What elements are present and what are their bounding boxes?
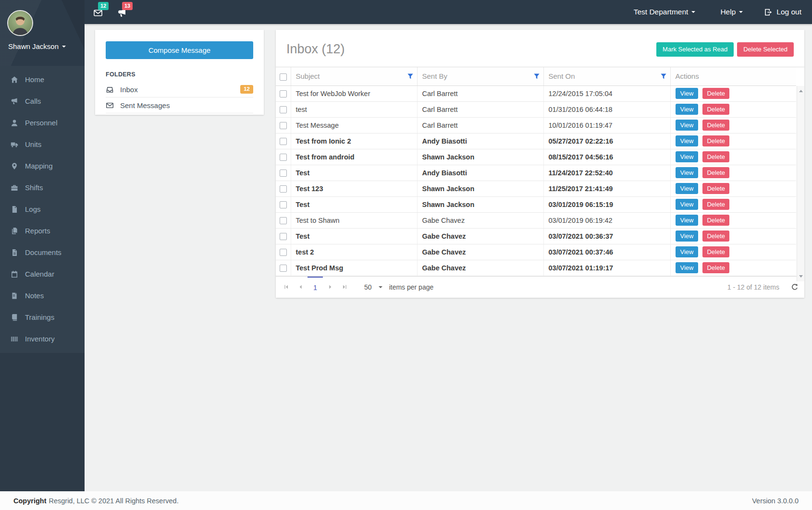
message-sender: Shawn Jackson: [417, 181, 543, 196]
scroll-down-arrow[interactable]: [799, 275, 803, 279]
sidebar-item-notes[interactable]: Notes: [0, 285, 85, 306]
row-checkbox[interactable]: [280, 90, 287, 97]
delete-button[interactable]: Delete: [702, 262, 729, 273]
folder-count-badge: 12: [240, 85, 253, 94]
sidebar-item-trainings[interactable]: Trainings: [0, 306, 85, 328]
view-button[interactable]: View: [676, 246, 699, 257]
view-button[interactable]: View: [676, 135, 699, 146]
message-row: Test Andy Biasotti 11/24/2017 22:52:40 V…: [276, 165, 796, 181]
view-button[interactable]: View: [676, 88, 699, 99]
view-button[interactable]: View: [676, 151, 699, 162]
row-checkbox[interactable]: [280, 233, 287, 240]
topbar: 12 13 Test Department Help Log out: [85, 0, 812, 24]
page-size-dropdown[interactable]: 50: [364, 277, 382, 298]
announcements-count-badge: 13: [122, 2, 133, 10]
delete-button[interactable]: Delete: [702, 120, 729, 131]
row-checkbox[interactable]: [280, 154, 287, 161]
row-checkbox[interactable]: [280, 217, 287, 224]
row-checkbox[interactable]: [280, 170, 287, 177]
sidebar-item-units[interactable]: Units: [0, 134, 85, 155]
help-menu[interactable]: Help: [720, 8, 743, 16]
message-sender: Gabe Chavez: [417, 244, 543, 260]
scroll-up-arrow[interactable]: [799, 88, 803, 92]
delete-button[interactable]: Delete: [702, 167, 729, 178]
filter-icon[interactable]: [533, 73, 540, 80]
view-button[interactable]: View: [676, 231, 699, 242]
previous-page-button[interactable]: [293, 277, 308, 298]
vertical-scrollbar[interactable]: [797, 86, 804, 281]
delete-button[interactable]: Delete: [702, 135, 729, 146]
message-subject: test 2: [291, 244, 417, 260]
announcements-indicator[interactable]: 13: [117, 8, 127, 20]
last-page-button[interactable]: [337, 277, 352, 298]
footer: CopyrightResgrid, LLC © 2021 All Rights …: [0, 491, 812, 510]
delete-button[interactable]: Delete: [702, 88, 729, 99]
sidebar-item-documents[interactable]: Documents: [0, 242, 85, 263]
folder-sent-messages[interactable]: Sent Messages: [106, 97, 253, 113]
sidebar-item-inventory[interactable]: Inventory: [0, 328, 85, 350]
folder-label: Sent Messages: [120, 101, 170, 109]
sidebar-item-shifts[interactable]: Shifts: [0, 177, 85, 198]
delete-button[interactable]: Delete: [702, 231, 729, 242]
sidebar-item-home[interactable]: Home: [0, 69, 85, 90]
column-header-sent-by[interactable]: Sent By: [417, 67, 543, 85]
logout-button[interactable]: Log out: [764, 8, 801, 16]
compose-message-button[interactable]: Compose Message: [106, 41, 253, 59]
sidebar-item-label: Home: [25, 75, 44, 84]
user-menu[interactable]: Shawn Jackson: [8, 42, 66, 50]
version-label: Version 3.0.0.0: [752, 497, 799, 505]
sidebar-item-mapping[interactable]: Mapping: [0, 155, 85, 177]
row-checkbox[interactable]: [280, 122, 287, 129]
delete-button[interactable]: Delete: [702, 183, 729, 194]
delete-selected-button[interactable]: Delete Selected: [737, 42, 794, 57]
delete-button[interactable]: Delete: [702, 104, 729, 115]
items-per-page-label: items per page: [389, 277, 434, 298]
delete-button[interactable]: Delete: [702, 215, 729, 226]
row-checkbox[interactable]: [280, 201, 287, 208]
mark-selected-read-button[interactable]: Mark Selected as Read: [656, 42, 734, 57]
view-button[interactable]: View: [676, 104, 699, 115]
filter-icon[interactable]: [660, 73, 667, 80]
next-page-button[interactable]: [323, 277, 337, 298]
view-button[interactable]: View: [676, 262, 699, 273]
view-button[interactable]: View: [676, 120, 699, 131]
delete-button[interactable]: Delete: [702, 151, 729, 162]
sidebar-item-logs[interactable]: Logs: [0, 198, 85, 220]
messages-indicator[interactable]: 12: [93, 8, 103, 20]
message-date: 03/01/2019 06:15:19: [543, 196, 670, 212]
home-icon: [11, 76, 18, 84]
filter-icon[interactable]: [407, 73, 414, 80]
user-panel: Shawn Jackson: [0, 0, 85, 66]
row-checkbox[interactable]: [280, 106, 287, 113]
view-button[interactable]: View: [676, 167, 699, 178]
message-subject: Test 123: [291, 181, 417, 196]
row-checkbox[interactable]: [280, 249, 287, 256]
view-button[interactable]: View: [676, 199, 699, 210]
sidebar-item-label: Calendar: [25, 270, 54, 278]
delete-button[interactable]: Delete: [702, 199, 729, 210]
sidebar-item-personnel[interactable]: Personnel: [0, 112, 85, 134]
truck-icon: [11, 141, 18, 148]
select-all-checkbox[interactable]: [280, 73, 287, 81]
department-menu[interactable]: Test Department: [634, 8, 696, 16]
message-row: Test Shawn Jackson 03/01/2019 06:15:19 V…: [276, 196, 796, 212]
folders-card: Compose Message FOLDERS Inbox 12 Sent Me…: [95, 30, 264, 115]
row-checkbox[interactable]: [280, 185, 287, 193]
current-page-button[interactable]: 1: [308, 277, 323, 298]
view-button[interactable]: View: [676, 183, 699, 194]
view-button[interactable]: View: [676, 215, 699, 226]
message-sender: Shawn Jackson: [417, 196, 543, 212]
row-checkbox[interactable]: [280, 265, 287, 272]
delete-button[interactable]: Delete: [702, 246, 729, 257]
column-header-subject[interactable]: Subject: [291, 67, 417, 85]
sidebar-item-reports[interactable]: Reports: [0, 220, 85, 242]
sidebar-item-calendar[interactable]: Calendar: [0, 263, 85, 285]
row-checkbox[interactable]: [280, 138, 287, 145]
folder-inbox[interactable]: Inbox 12: [106, 82, 253, 97]
sidebar-item-label: Reports: [25, 227, 50, 235]
column-header-sent-on[interactable]: Sent On: [543, 67, 670, 85]
inbox-icon: [106, 85, 114, 94]
page-size-value: 50: [364, 283, 372, 291]
first-page-button[interactable]: [279, 277, 293, 298]
sidebar-item-calls[interactable]: Calls: [0, 90, 85, 112]
